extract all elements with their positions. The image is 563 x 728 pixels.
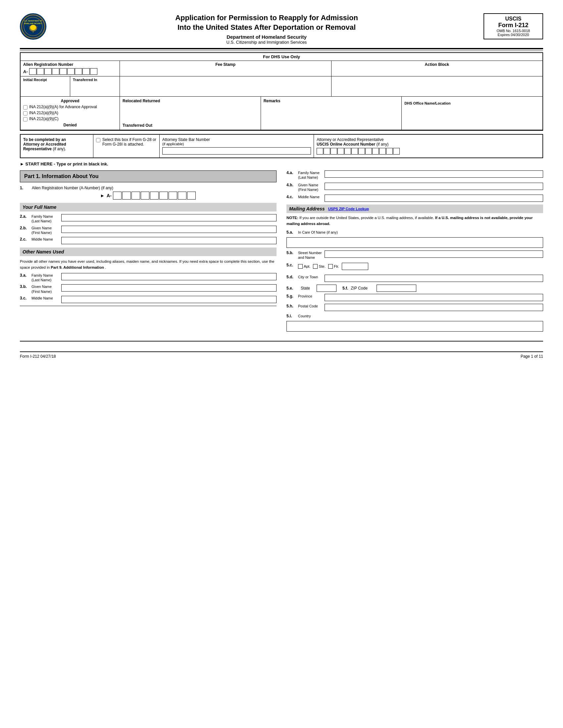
q1-box-6[interactable] [159, 192, 168, 200]
q4a-input[interactable] [325, 170, 543, 178]
acct-box-6[interactable] [352, 148, 358, 155]
checkbox-ina-a-label: INA 212(a)(9)(A) [29, 111, 58, 115]
q1-box-4[interactable] [141, 192, 149, 200]
a-num-box-1[interactable] [29, 68, 36, 75]
dept-name: Department of Homeland Security [50, 34, 484, 40]
a-num-box-9[interactable] [90, 68, 97, 75]
q1-box-1[interactable] [113, 192, 121, 200]
q3b-row: 3.b. Given Name (First Name) [20, 284, 276, 294]
q5a-input[interactable] [287, 237, 543, 248]
atty-label-3: Representative [23, 147, 52, 151]
acct-box-11[interactable] [386, 148, 393, 155]
a-num-box-4[interactable] [52, 68, 59, 75]
svg-text:U.S. DEPARTMENT OF: U.S. DEPARTMENT OF [24, 20, 42, 22]
checkbox-ina-c[interactable] [23, 117, 27, 121]
page-footer: Form I-212 04/27/18 Page 1 of 11 [20, 351, 543, 359]
q5i-input[interactable] [287, 321, 543, 332]
q3c-input[interactable] [61, 296, 276, 303]
q5h-label: Postal Code [298, 304, 325, 308]
a-num-box-5[interactable] [60, 68, 67, 75]
acct-box-2[interactable] [324, 148, 330, 155]
q3b-num: 3.b. [20, 284, 31, 289]
ste-checkbox[interactable] [313, 264, 318, 269]
q2a-num: 2.a. [20, 214, 31, 219]
acct-box-4[interactable] [338, 148, 344, 155]
q5f-input[interactable] [377, 285, 416, 292]
logo-area: U.S. DEPARTMENT OF HOMELAND SECURITY ★ ⌒… [20, 13, 50, 40]
q1-box-7[interactable] [168, 192, 177, 200]
q5b-input[interactable] [325, 250, 543, 258]
a-number-field: ► A- [20, 192, 276, 200]
checkbox-ina-a[interactable] [23, 111, 27, 115]
q1-box-5[interactable] [150, 192, 159, 200]
q3b-label: Given Name (First Name) [31, 284, 61, 294]
q3a-label: Family Name (Last Name) [31, 273, 61, 283]
q5a-num: 5.a. [287, 230, 298, 235]
attorney-col3: Attorney State Bar Number (if applicable… [160, 135, 314, 158]
a-number-row: A- [23, 68, 117, 75]
apt-label: Apt. [298, 264, 310, 269]
other-names-header: Other Names Used [20, 248, 276, 256]
form-number: Form I-212 [488, 22, 539, 29]
q1-box-3[interactable] [131, 192, 140, 200]
q5d-input[interactable] [325, 275, 543, 282]
q5e-input[interactable] [317, 285, 337, 292]
uscis-label: USCIS [488, 16, 539, 22]
acct-box-1[interactable] [317, 148, 323, 155]
q2b-input[interactable] [61, 226, 276, 233]
q5c-num: 5.c. [287, 263, 298, 267]
page-header: U.S. DEPARTMENT OF HOMELAND SECURITY ★ ⌒… [20, 13, 543, 45]
q3b-input[interactable] [61, 284, 276, 292]
a-num-box-2[interactable] [37, 68, 44, 75]
q5i-num: 5.i. [287, 314, 298, 318]
attorney-col1: To be completed by an Attorney or Accred… [21, 135, 93, 158]
acct-box-12[interactable] [393, 148, 400, 155]
acct-box-8[interactable] [365, 148, 372, 155]
q5ef-row: 5.e. State 5.f. ZIP Code [287, 285, 543, 292]
q1-box-8[interactable] [178, 192, 186, 200]
q5c-input[interactable] [342, 263, 368, 270]
a-num-box-8[interactable] [82, 68, 90, 75]
q4b-input[interactable] [325, 183, 543, 190]
ste-label: Ste. [313, 264, 325, 269]
apt-checkbox[interactable] [298, 264, 303, 269]
approved-section: Approved INA 212(a)(9)(A) for Advance Ap… [21, 97, 120, 130]
q5d-row: 5.d. City or Town [287, 275, 543, 282]
expiry-date: Expires 04/30/2020 [488, 33, 539, 37]
usps-zip-link[interactable]: USPS ZIP Code Lookup [328, 207, 369, 211]
a-num-box-7[interactable] [75, 68, 82, 75]
q2c-input[interactable] [61, 237, 276, 244]
flr-checkbox[interactable] [328, 264, 333, 269]
atty-label-2: Attorney or Accredited [23, 142, 66, 147]
q2a-row: 2.a. Family Name (Last Name) [20, 214, 276, 224]
your-full-name-header: Your Full Name [20, 203, 276, 211]
q3a-num: 3.a. [20, 273, 31, 278]
q5b-label: Street Number and Name [298, 250, 325, 260]
acct-box-7[interactable] [358, 148, 365, 155]
q5h-input[interactable] [325, 304, 543, 311]
left-column: Part 1. Information About You 1. Alien R… [20, 170, 276, 334]
part1-header: Part 1. Information About You [20, 170, 276, 182]
q3a-input[interactable] [61, 273, 276, 280]
g28-checkbox[interactable] [96, 138, 100, 142]
acct-box-5[interactable] [345, 148, 351, 155]
acct-box-3[interactable] [331, 148, 337, 155]
attorney-bar-number-input[interactable] [162, 147, 311, 155]
q1-box-2[interactable] [122, 192, 131, 200]
q1-box-9[interactable] [187, 192, 196, 200]
atty-label-4: (if any). [53, 147, 66, 151]
q3a-row: 3.a. Family Name (Last Name) [20, 273, 276, 283]
q2a-label: Family Name (Last Name) [31, 214, 61, 224]
a-num-box-3[interactable] [44, 68, 52, 75]
q5g-input[interactable] [325, 294, 543, 301]
checkbox-row-1: INA 212(a)(9)(A) for Advance Approval [23, 105, 117, 110]
acct-box-10[interactable] [379, 148, 386, 155]
q5i-label: Country [298, 314, 325, 318]
a-number-boxes [113, 192, 196, 200]
acct-box-9[interactable] [372, 148, 379, 155]
checkbox-ina-advance[interactable] [23, 105, 27, 110]
q4c-input[interactable] [325, 195, 543, 202]
q2a-input[interactable] [61, 214, 276, 221]
page-info: Page 1 of 11 [521, 354, 543, 359]
a-num-box-6[interactable] [67, 68, 74, 75]
